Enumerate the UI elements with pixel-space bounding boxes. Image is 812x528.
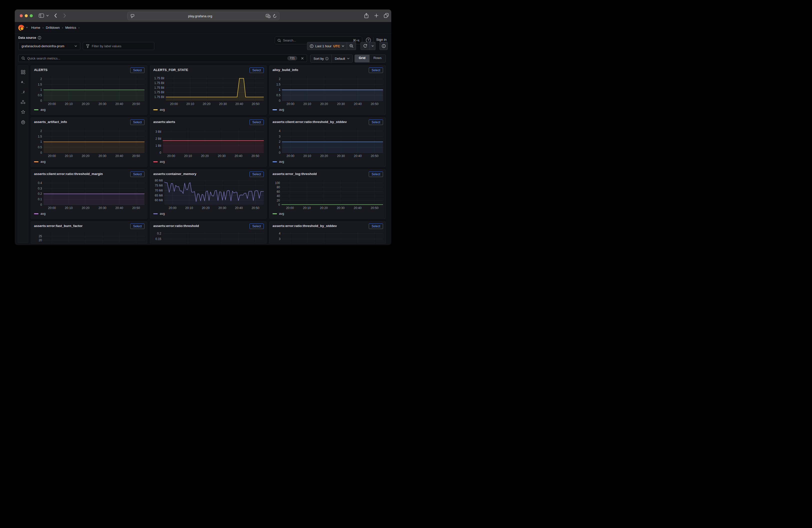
legend-label: avg — [279, 108, 284, 112]
select-button[interactable]: Select — [369, 68, 383, 73]
svg-text:20:20: 20:20 — [82, 206, 89, 210]
select-button[interactable]: Select — [130, 119, 145, 125]
select-button[interactable]: Select — [130, 172, 145, 177]
translate-icon[interactable]: A文 — [266, 14, 271, 18]
svg-text:1.75 Bil: 1.75 Bil — [154, 95, 164, 99]
reload-icon[interactable] — [273, 14, 277, 18]
org-switcher-chevron-icon[interactable] — [26, 27, 28, 28]
svg-text:4: 4 — [279, 232, 280, 235]
legend-color-dash — [153, 109, 158, 110]
svg-text:0.2: 0.2 — [157, 232, 161, 235]
svg-text:0.5: 0.5 — [38, 146, 42, 149]
maximize-window-button[interactable] — [30, 14, 33, 17]
sort-by-select[interactable]: Default — [332, 55, 352, 62]
info-icon[interactable] — [38, 36, 41, 40]
svg-text:3: 3 — [279, 237, 280, 241]
svg-text:3: 3 — [279, 135, 280, 138]
legend-color-dash — [153, 161, 158, 162]
legend-label: avg — [279, 212, 284, 216]
back-button[interactable] — [54, 13, 57, 18]
refresh-button[interactable] — [361, 42, 370, 50]
select-button[interactable]: Select — [369, 172, 383, 177]
select-button[interactable]: Select — [249, 223, 264, 229]
browser-titlebar: play.grafana.org A文 — [15, 10, 391, 22]
select-button[interactable]: Select — [249, 68, 264, 73]
sidebar-button-suffix-filter[interactable]: _Z — [18, 88, 28, 96]
metric-panel: 4321020:0020:1020:2020:3020:4020:50asser… — [269, 117, 386, 167]
metric-panel: 2520asserts:error:fast_burn_factorSelect — [31, 221, 147, 244]
svg-text:20:50: 20:50 — [251, 154, 259, 158]
view-rows-button[interactable]: Rows — [369, 55, 386, 62]
minimize-window-button[interactable] — [25, 14, 28, 17]
breadcrumb-drilldown[interactable]: Drilldown — [46, 26, 60, 29]
select-button[interactable]: Select — [130, 223, 145, 229]
select-button[interactable]: Select — [130, 68, 145, 73]
zoom-out-time-button[interactable] — [347, 42, 356, 50]
sidebar-toggle-icon[interactable] — [39, 14, 44, 18]
info-button[interactable] — [379, 42, 388, 50]
svg-text:0: 0 — [278, 203, 280, 206]
panels-grid: 21.510.5020:0020:1020:2020:3020:4020:50A… — [31, 65, 386, 244]
grafana-logo[interactable] — [18, 25, 24, 31]
sign-in-link[interactable]: Sign in — [376, 38, 387, 42]
select-button[interactable]: Select — [249, 172, 264, 177]
grafana-header: Home › Drilldown › Metrics › Search... ⌘… — [15, 22, 391, 34]
metric-panel: 3 Bil2 Bil1 Bil020:0020:1020:2020:3020:4… — [150, 117, 266, 167]
select-button[interactable]: Select — [369, 223, 383, 229]
sidebar-button-groups[interactable] — [18, 98, 28, 106]
svg-text:20:00: 20:00 — [169, 206, 176, 210]
quick-search-placeholder: Quick search metrics... — [27, 57, 285, 60]
tab-overview-icon[interactable] — [384, 13, 389, 18]
close-window-button[interactable] — [20, 14, 23, 17]
sidebar-chevron-icon[interactable] — [46, 15, 49, 16]
panel-legend: avg — [34, 212, 45, 216]
svg-text:4: 4 — [279, 129, 280, 133]
panel-legend: avg — [34, 160, 45, 163]
svg-text:1.75 Bil: 1.75 Bil — [154, 81, 164, 85]
svg-text:20:40: 20:40 — [235, 102, 243, 106]
share-icon[interactable] — [364, 13, 368, 18]
refresh-controls — [361, 42, 376, 50]
data-source-select[interactable]: grafanacloud-demoinfra-prom — [18, 42, 80, 50]
svg-text:20:40: 20:40 — [234, 154, 242, 158]
svg-text:1.75 Bil: 1.75 Bil — [154, 76, 164, 80]
panel-chart: 4321020:0020:1020:2020:3020:4020:50 — [270, 118, 386, 167]
breadcrumb-metrics[interactable]: Metrics — [65, 26, 76, 29]
panel-title: asserts:client:error:ratio:threshold_mar… — [34, 172, 103, 176]
info-icon[interactable] — [325, 57, 329, 60]
address-bar[interactable]: play.grafana.org A文 — [127, 12, 279, 20]
sidebar-button-settings[interactable] — [18, 118, 28, 126]
chevron-down-icon — [342, 45, 344, 47]
svg-text:0.3: 0.3 — [38, 187, 42, 190]
forward-button[interactable] — [63, 13, 66, 18]
legend-color-dash — [273, 109, 277, 110]
select-button[interactable]: Select — [249, 119, 264, 125]
svg-text:20:40: 20:40 — [115, 206, 123, 210]
view-grid-button[interactable]: Grid — [355, 55, 369, 62]
svg-text:20:40: 20:40 — [354, 154, 362, 158]
svg-text:20:00: 20:00 — [286, 206, 294, 210]
svg-text:80 Mil: 80 Mil — [155, 179, 163, 182]
svg-text:2 Bil: 2 Bil — [156, 137, 161, 141]
legend-label: avg — [279, 160, 284, 163]
panel-chart: 1.75 Bil1.75 Bil1.75 Bil1.75 Bil1.75 Bil… — [150, 66, 266, 115]
svg-text:1.5: 1.5 — [276, 83, 280, 86]
label-filter-input[interactable]: Filter by label values — [83, 42, 154, 50]
svg-text:20:20: 20:20 — [320, 154, 328, 158]
breadcrumb-home[interactable]: Home — [31, 26, 40, 29]
panel-chart: 80 Mil75 Mil70 Mil65 Mil60 Mil20:0020:10… — [150, 170, 266, 219]
clear-search-icon[interactable] — [301, 57, 304, 60]
panel-title: asserts:alerts — [153, 120, 175, 124]
time-range-picker[interactable]: Last 1 hour UTC — [307, 42, 347, 50]
sidebar-button-prefix-filter[interactable]: A_ — [18, 78, 28, 86]
svg-text:75 Mil: 75 Mil — [155, 184, 163, 187]
refresh-interval-chevron[interactable] — [370, 42, 376, 50]
quick-search-input[interactable]: Quick search metrics... 721 — [18, 55, 307, 62]
browser-window: play.grafana.org A文 — [15, 10, 391, 245]
sidebar-button-apps[interactable] — [18, 68, 28, 76]
svg-text:1 Bil: 1 Bil — [156, 144, 161, 147]
select-button[interactable]: Select — [369, 119, 383, 125]
sidebar-button-bookmarks[interactable] — [18, 108, 28, 116]
page-format-icon[interactable] — [130, 14, 134, 18]
new-tab-icon[interactable] — [374, 14, 378, 18]
